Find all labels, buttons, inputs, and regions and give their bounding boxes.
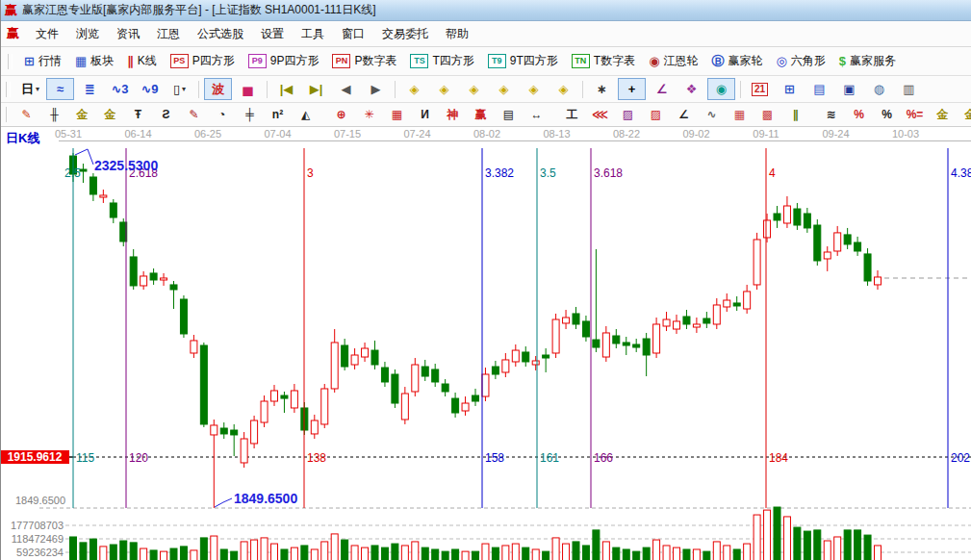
toolbar-button-t-square[interactable]: TST四方形: [403, 51, 480, 71]
gold-grid-2-button[interactable]: 金: [97, 105, 123, 125]
gann-diamond-5-button[interactable]: ◈: [520, 78, 548, 100]
ying-tool-button[interactable]: 赢: [468, 105, 494, 125]
percent-levels-button[interactable]: %=: [902, 105, 928, 125]
menu-item-6[interactable]: 工具: [293, 23, 333, 45]
gann-diamond-3-button[interactable]: ◈: [460, 78, 488, 100]
smart-tool-button[interactable]: ◉: [707, 78, 735, 100]
fan-lines-button[interactable]: ⋘: [587, 105, 613, 125]
percent-tool-button[interactable]: %: [874, 105, 900, 125]
toolbar-button-p-square[interactable]: PSP四方形: [164, 51, 242, 71]
quote-list-button[interactable]: ≣: [76, 78, 104, 100]
notes-button[interactable]: ▤: [805, 78, 833, 100]
toolbar-button-p-number-table[interactable]: PNP数字表: [325, 51, 403, 71]
number-grid-icon: ▤: [503, 108, 514, 121]
gann-diamond-2-button[interactable]: ◈: [430, 78, 458, 100]
step-back-button[interactable]: ◀: [332, 78, 360, 100]
wave-9-button[interactable]: ∿9: [136, 78, 164, 100]
toolbar-grip[interactable]: [6, 107, 8, 122]
workstation-button[interactable]: ▥: [895, 78, 923, 100]
menu-item-9[interactable]: 帮助: [437, 23, 477, 45]
toolbar-button-9t-square[interactable]: T99T四方形: [481, 51, 565, 71]
kline-chart[interactable]: 05-3106-1406-2507-0407-1507-2408-0208-13…: [1, 127, 971, 560]
menu-item-2[interactable]: 资讯: [108, 23, 148, 45]
t-tool-button[interactable]: Ŧ: [125, 105, 151, 125]
menu-item-1[interactable]: 浏览: [67, 23, 108, 45]
toolbar-button-market-quotes[interactable]: ⊞行情: [17, 51, 68, 71]
skip-first-button[interactable]: |◀: [272, 78, 300, 100]
menu-item-7[interactable]: 窗口: [333, 23, 373, 45]
volume-bar-down: [200, 538, 207, 560]
candle-body-up: [362, 348, 369, 357]
number-grid-button[interactable]: ▤: [496, 105, 522, 125]
menu-item-4[interactable]: 公式选股: [189, 23, 252, 45]
network-button[interactable]: ◍: [865, 78, 893, 100]
menu-item-3[interactable]: 江恩: [148, 23, 189, 45]
toolbar-grip[interactable]: [8, 54, 13, 69]
toolbar-button-winner-service[interactable]: $赢家服务: [832, 51, 903, 71]
toolbar-grip[interactable]: [6, 82, 11, 97]
grid-fence-button[interactable]: ╪: [237, 105, 263, 125]
stat-list-button[interactable]: ≋: [818, 105, 844, 125]
wave-line-button[interactable]: ∿: [699, 105, 725, 125]
hand-tool-button[interactable]: ∗: [588, 78, 616, 100]
volume-bar-down: [371, 546, 378, 560]
gann-diamond-4-button[interactable]: ◈: [490, 78, 518, 100]
wave-3-button[interactable]: ∿3: [106, 78, 134, 100]
time-cycle-button[interactable]: ◔: [209, 105, 235, 125]
fence-button[interactable]: ╫: [41, 105, 67, 125]
calendar-button[interactable]: 21: [746, 78, 774, 100]
title-bar[interactable]: 赢 赢家江恩专业版[赢家内部服务平台] - [上证指数 SH1A0001-111…: [1, 0, 971, 21]
brush-button[interactable]: ✎: [13, 105, 39, 125]
trend-angle-button[interactable]: ∠: [671, 105, 697, 125]
gold-grid-1-button[interactable]: 金: [69, 105, 95, 125]
toolbar-button-sectors[interactable]: ▦板块: [68, 51, 120, 71]
toolbar-button-t-number-table[interactable]: TNT数字表: [565, 51, 642, 71]
skip-last-button[interactable]: ▶|: [302, 78, 330, 100]
triangle-tool-button[interactable]: ◭: [293, 105, 319, 125]
n-square-button[interactable]: n²: [265, 105, 291, 125]
menu-item-0[interactable]: 文件: [27, 23, 67, 45]
price-grid-1-button[interactable]: ▦: [727, 105, 753, 125]
beam-tool-button[interactable]: 工: [559, 105, 585, 125]
candle-style-button[interactable]: ▯▾: [166, 78, 193, 100]
angle-tool-button[interactable]: ∠: [648, 78, 676, 100]
smart-tool-icon: ◉: [716, 82, 727, 96]
shen-tool-button[interactable]: 神: [440, 105, 466, 125]
gann-circle-button[interactable]: ⊕: [328, 105, 354, 125]
candle-body-up: [351, 355, 358, 365]
toolbar-button-9p-square[interactable]: P99P四方形: [242, 51, 326, 71]
span-tool-button[interactable]: ↔: [524, 105, 549, 125]
box-fan-1-button[interactable]: ▨: [615, 105, 641, 125]
calculator-button[interactable]: ⊞: [776, 78, 804, 100]
menu-item-5[interactable]: 设置: [252, 23, 293, 45]
low-price-scale-label: 1849.6500: [15, 495, 65, 506]
save-button[interactable]: ▣: [835, 78, 863, 100]
toolbar-button-winner-wheel[interactable]: Ⓑ赢家轮: [704, 51, 769, 71]
gann-grid-button[interactable]: ▦: [384, 105, 410, 125]
gold-circle-button[interactable]: 金: [930, 105, 956, 125]
toolbar-button-kline[interactable]: ∥K线: [120, 51, 164, 71]
period-selector-button[interactable]: 日▾: [16, 78, 44, 100]
curve-mode-icon: ≈: [57, 82, 64, 96]
curve-mode-button[interactable]: ≈: [46, 78, 74, 100]
gift-tool-button[interactable]: ❖: [677, 78, 705, 100]
volume-bar-up: [875, 546, 882, 560]
gann-star-button[interactable]: ✳: [356, 105, 382, 125]
toolbar-button-gann-wheel[interactable]: ◉江恩轮: [642, 51, 704, 71]
red-pen-button[interactable]: ✎: [181, 105, 207, 125]
wave-tool-button[interactable]: 波: [204, 78, 232, 100]
step-forward-button[interactable]: ▶: [362, 78, 390, 100]
crosshair-tool-button[interactable]: +: [618, 78, 646, 100]
menu-item-8[interactable]: 交易委托: [373, 23, 437, 45]
parallel-lines-button[interactable]: ∥: [782, 105, 808, 125]
zigzag-button[interactable]: И: [412, 105, 438, 125]
gold-line-button[interactable]: 金: [958, 105, 971, 125]
price-grid-2-button[interactable]: ▩: [754, 105, 780, 125]
percent-line-button[interactable]: %: [846, 105, 872, 125]
histogram-tool-button[interactable]: ▅: [234, 78, 262, 100]
gann-diamond-6-button[interactable]: ◈: [549, 78, 577, 100]
spiral-button[interactable]: Ƨ: [153, 105, 179, 125]
gann-diamond-1-button[interactable]: ◈: [400, 78, 428, 100]
box-fan-2-button[interactable]: ▨: [643, 105, 669, 125]
toolbar-button-hexagon[interactable]: ◎六角形: [769, 51, 831, 71]
